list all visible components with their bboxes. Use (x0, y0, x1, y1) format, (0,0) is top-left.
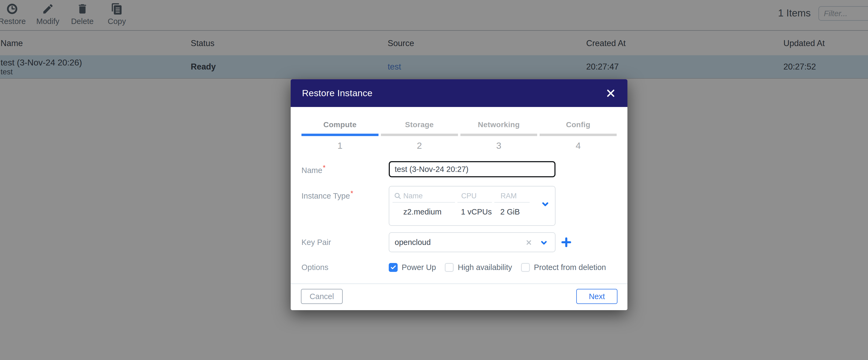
tab-progress-bar (381, 134, 458, 136)
instance-type-value-cpu: 1 vCPUs (461, 208, 492, 216)
tab-step-number: 2 (417, 140, 422, 151)
tab-step-number: 4 (576, 140, 581, 151)
column-underline (458, 202, 492, 203)
chevron-down-icon[interactable] (540, 239, 548, 246)
option-power-up: Power Up (389, 263, 436, 272)
instance-type-row: Instance Type* Name CPU RAM z2.medium 1 … (302, 186, 617, 226)
options-row: Options Power Up High availability (302, 262, 617, 273)
next-button[interactable]: Next (576, 289, 617, 304)
column-underline (393, 202, 455, 203)
option-high-availability: High availability (445, 263, 512, 272)
footer-divider (291, 283, 627, 284)
tab-progress-bar (460, 134, 537, 136)
options-label: Options (302, 263, 329, 272)
key-pair-label: Key Pair (302, 238, 331, 247)
tab-config[interactable]: Config 4 (539, 121, 617, 151)
option-label: Protect from deletion (534, 263, 606, 272)
instance-type-value-name: z2.medium (403, 208, 441, 216)
instance-type-col-name: Name (403, 192, 423, 200)
wizard-tabs: Compute 1 Storage 2 Networking 3 Config … (302, 121, 617, 151)
tab-label: Compute (323, 121, 356, 129)
column-underline (494, 202, 530, 203)
instance-type-col-ram: RAM (500, 192, 517, 200)
tab-label: Config (566, 121, 590, 129)
tab-progress-bar (302, 134, 378, 136)
add-key-pair-button[interactable] (561, 237, 572, 248)
tab-step-number: 3 (496, 140, 501, 151)
required-asterisk: * (350, 189, 353, 197)
tab-label: Networking (478, 121, 520, 129)
screen: Restore Modify Delete Cop (0, 0, 868, 360)
key-pair-value: opencloud (395, 238, 431, 247)
tab-networking[interactable]: Networking 3 (460, 121, 537, 151)
key-pair-row: Key Pair opencloud (302, 232, 617, 252)
instance-type-value-ram: 2 GiB (500, 208, 520, 216)
option-label: High availability (458, 263, 512, 272)
instance-type-col-cpu: CPU (461, 192, 476, 200)
tab-label: Storage (405, 121, 433, 129)
modal-title: Restore Instance (302, 88, 373, 98)
modal-header: Restore Instance (291, 79, 627, 107)
search-icon (394, 192, 402, 200)
checkbox-high-availability[interactable] (445, 263, 454, 272)
option-protect-from-deletion: Protect from deletion (521, 263, 606, 272)
close-icon (605, 88, 616, 99)
checkbox-power-up[interactable] (389, 263, 398, 272)
checkbox-protect-deletion[interactable] (521, 263, 530, 272)
name-input[interactable] (389, 161, 556, 177)
key-pair-select[interactable]: opencloud (389, 232, 556, 252)
restore-instance-modal: Restore Instance Compute 1 Storage 2 Net… (291, 79, 627, 310)
name-label: Name* (302, 163, 326, 175)
name-field-row: Name* (302, 161, 617, 177)
close-button[interactable] (605, 87, 617, 99)
tab-compute[interactable]: Compute 1 (302, 121, 378, 151)
check-icon (390, 264, 397, 271)
cancel-button[interactable]: Cancel (301, 289, 343, 304)
tab-storage[interactable]: Storage 2 (381, 121, 458, 151)
option-label: Power Up (402, 263, 436, 272)
chevron-down-icon[interactable] (541, 201, 549, 208)
clear-icon[interactable] (525, 239, 532, 246)
instance-type-select[interactable]: Name CPU RAM z2.medium 1 vCPUs 2 GiB (389, 186, 556, 226)
required-asterisk: * (323, 163, 326, 172)
options-checkboxes: Power Up High availability Protect from … (389, 262, 606, 273)
plus-icon (561, 237, 572, 248)
instance-type-label: Instance Type* (302, 189, 353, 201)
tab-progress-bar (539, 134, 617, 136)
tab-step-number: 1 (337, 140, 342, 151)
